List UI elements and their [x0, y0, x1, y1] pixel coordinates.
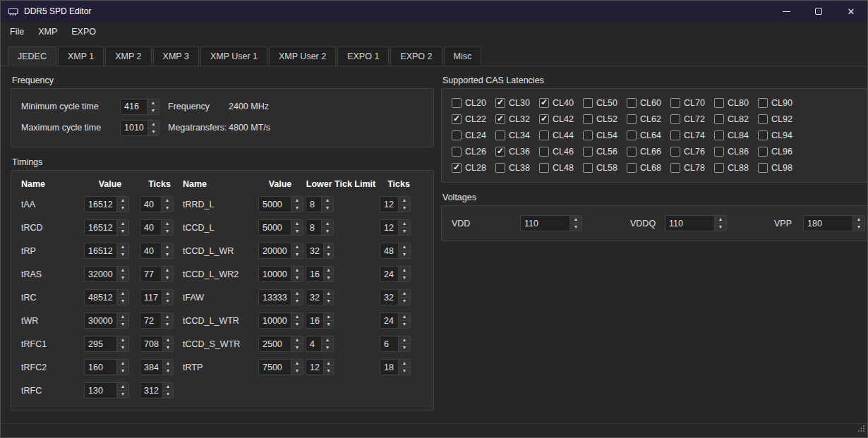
trtp-ticks-spinbox[interactable]: 18: [380, 359, 411, 375]
cas-checkbox-cl24[interactable]: CL24: [452, 130, 495, 141]
spin-up-icon[interactable]: [715, 216, 726, 224]
cas-checkbox-cl48[interactable]: CL48: [539, 162, 583, 174]
spin-up-icon[interactable]: [117, 220, 128, 228]
cas-checkbox-cl30[interactable]: CL30: [495, 97, 539, 109]
spin-up-icon[interactable]: [399, 290, 410, 298]
tras-ticks-spinbox[interactable]: 77: [140, 266, 174, 282]
cas-checkbox-cl72[interactable]: CL72: [670, 114, 714, 125]
trfc-value-spinbox[interactable]: 130: [84, 382, 129, 399]
spin-down-icon[interactable]: [322, 205, 333, 212]
cas-checkbox-cl58[interactable]: CL58: [583, 162, 627, 174]
spin-down-icon[interactable]: [162, 321, 173, 328]
spin-up-icon[interactable]: [162, 267, 173, 274]
spin-up-icon[interactable]: [324, 267, 333, 274]
tccd-l-wr-ticks-spinbox[interactable]: 48: [380, 243, 411, 259]
spin-down-icon[interactable]: [324, 298, 333, 305]
spin-up-icon[interactable]: [291, 267, 303, 274]
spin-down-icon[interactable]: [399, 228, 410, 235]
spin-up-icon[interactable]: [570, 216, 581, 224]
spin-up-icon[interactable]: [399, 243, 410, 251]
spin-down-icon[interactable]: [163, 391, 173, 398]
spin-down-icon[interactable]: [853, 224, 864, 231]
spin-up-icon[interactable]: [163, 336, 173, 344]
spin-down-icon[interactable]: [162, 251, 173, 258]
trrd-l-value-spinbox[interactable]: 5000: [258, 196, 303, 212]
trfc2-ticks-spinbox[interactable]: 384: [140, 359, 174, 375]
spin-up-icon[interactable]: [399, 360, 410, 367]
spin-down-icon[interactable]: [117, 298, 128, 305]
cas-checkbox-cl66[interactable]: CL66: [627, 146, 670, 157]
cas-checkbox-cl78[interactable]: CL78: [670, 162, 714, 174]
cas-checkbox-cl60[interactable]: CL60: [627, 97, 670, 109]
spin-up-icon[interactable]: [117, 313, 128, 321]
spin-down-icon[interactable]: [147, 107, 159, 114]
cas-checkbox-cl44[interactable]: CL44: [539, 130, 583, 141]
spin-up-icon[interactable]: [322, 220, 333, 228]
spin-down-icon[interactable]: [162, 274, 173, 281]
cas-checkbox-cl64[interactable]: CL64: [627, 130, 670, 141]
trfc1-value-spinbox[interactable]: 295: [84, 336, 129, 352]
cas-checkbox-cl88[interactable]: CL88: [714, 162, 758, 174]
spin-up-icon[interactable]: [291, 290, 303, 298]
spin-up-icon[interactable]: [324, 243, 333, 251]
tccd-l-wtr-lower-spinbox[interactable]: 16: [306, 312, 334, 329]
spin-up-icon[interactable]: [324, 313, 333, 321]
spin-down-icon[interactable]: [117, 205, 128, 212]
tab-xmp-3[interactable]: XMP 3: [153, 47, 199, 66]
spin-down-icon[interactable]: [148, 128, 159, 135]
cas-checkbox-cl56[interactable]: CL56: [583, 146, 627, 157]
spin-up-icon[interactable]: [117, 383, 128, 391]
spin-up-icon[interactable]: [324, 290, 333, 298]
tras-value-spinbox[interactable]: 32000: [84, 266, 129, 282]
menu-expo[interactable]: EXPO: [64, 23, 103, 40]
cas-checkbox-cl36[interactable]: CL36: [495, 146, 539, 157]
tccd-s-wtr-value-spinbox[interactable]: 2500: [258, 336, 303, 352]
cas-checkbox-cl98[interactable]: CL98: [758, 162, 802, 174]
spin-down-icon[interactable]: [117, 228, 128, 235]
cas-checkbox-cl26[interactable]: CL26: [452, 146, 495, 157]
cas-checkbox-cl28[interactable]: CL28: [452, 162, 495, 174]
tab-xmp-2[interactable]: XMP 2: [105, 47, 151, 66]
cas-checkbox-cl86[interactable]: CL86: [714, 146, 758, 157]
trc-value-spinbox[interactable]: 48512: [84, 289, 129, 305]
spin-down-icon[interactable]: [163, 344, 173, 351]
spin-down-icon[interactable]: [291, 298, 303, 305]
spin-down-icon[interactable]: [117, 251, 128, 258]
spin-up-icon[interactable]: [399, 220, 410, 228]
vddq-spinbox[interactable]: 110: [665, 215, 727, 231]
spin-down-icon[interactable]: [324, 367, 333, 375]
spin-up-icon[interactable]: [291, 197, 303, 205]
spin-down-icon[interactable]: [322, 228, 333, 235]
spin-down-icon[interactable]: [291, 205, 303, 212]
tab-xmp-1[interactable]: XMP 1: [58, 47, 104, 66]
vpp-spinbox[interactable]: 180: [803, 215, 865, 231]
tccd-l-wr2-lower-spinbox[interactable]: 16: [306, 266, 334, 282]
spin-up-icon[interactable]: [291, 336, 303, 344]
vdd-spinbox[interactable]: 110: [520, 215, 582, 231]
maximize-button[interactable]: [802, 1, 835, 22]
cas-checkbox-cl40[interactable]: CL40: [539, 97, 583, 109]
tccd-s-wtr-ticks-spinbox[interactable]: 6: [380, 336, 411, 352]
spin-up-icon[interactable]: [117, 197, 128, 205]
trrd-l-ticks-spinbox[interactable]: 12: [380, 196, 411, 212]
cas-checkbox-cl96[interactable]: CL96: [758, 146, 802, 157]
spin-up-icon[interactable]: [399, 267, 410, 274]
spin-up-icon[interactable]: [324, 360, 333, 367]
spin-down-icon[interactable]: [162, 205, 173, 212]
spin-down-icon[interactable]: [324, 321, 333, 328]
tab-jedec[interactable]: JEDEC: [8, 47, 56, 66]
spin-up-icon[interactable]: [399, 197, 410, 205]
spin-down-icon[interactable]: [399, 344, 410, 351]
spin-down-icon[interactable]: [399, 251, 410, 258]
spin-down-icon[interactable]: [322, 344, 333, 351]
cas-checkbox-cl70[interactable]: CL70: [670, 97, 714, 109]
spin-up-icon[interactable]: [399, 336, 410, 344]
cas-checkbox-cl84[interactable]: CL84: [714, 130, 758, 141]
spin-down-icon[interactable]: [117, 367, 128, 375]
cas-checkbox-cl94[interactable]: CL94: [758, 130, 802, 141]
trcd-ticks-spinbox[interactable]: 40: [140, 219, 174, 236]
max-cycle-time-spinbox[interactable]: 1010: [120, 120, 159, 136]
tab-xmp-user-1[interactable]: XMP User 1: [200, 47, 267, 66]
tab-xmp-user-2[interactable]: XMP User 2: [269, 47, 336, 66]
spin-down-icon[interactable]: [117, 344, 128, 351]
